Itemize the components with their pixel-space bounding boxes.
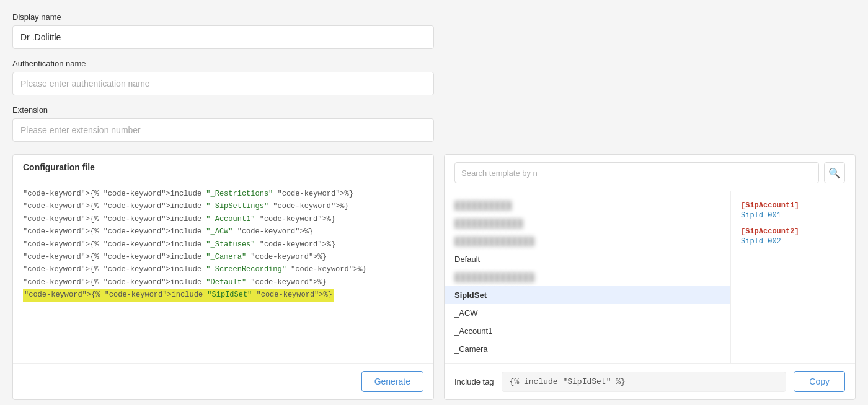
- code-line: "code-keyword">{% "code-keyword">include…: [23, 200, 423, 212]
- include-tag-label: Include tag: [454, 377, 494, 386]
- list-item[interactable]: _ACW: [445, 304, 730, 322]
- list-item[interactable]: ██████████████: [445, 232, 730, 250]
- generate-button[interactable]: Generate: [361, 371, 423, 392]
- display-name-label: Display name: [12, 12, 856, 22]
- preview-section2-key: SipId=002: [741, 237, 845, 246]
- extension-label: Extension: [12, 105, 856, 115]
- template-preview: [SipAccount1] SipId=001 [SipAccount2] Si…: [731, 191, 855, 363]
- auth-name-label: Authentication name: [12, 59, 856, 68]
- code-line: "code-keyword">{% "code-keyword">include…: [23, 276, 423, 289]
- code-line: "code-keyword">{% "code-keyword">include…: [23, 225, 423, 238]
- template-panel: 🔍 ████████████████████████████████████De…: [444, 154, 856, 400]
- extension-input[interactable]: [12, 118, 434, 142]
- list-item[interactable]: ██████████: [445, 196, 730, 214]
- config-panel-body: "code-keyword">{% "code-keyword">include…: [13, 180, 433, 363]
- list-item[interactable]: _Account1: [445, 322, 730, 340]
- list-item[interactable]: SipIdSet: [445, 286, 730, 304]
- template-list: ████████████████████████████████████Defa…: [445, 191, 731, 363]
- code-line: "code-keyword">{% "code-keyword">include…: [23, 213, 423, 225]
- code-line: "code-keyword">{% "code-keyword">include…: [23, 263, 423, 276]
- list-item[interactable]: ██████████████: [445, 268, 730, 286]
- code-line: "code-keyword">{% "code-keyword">include…: [23, 289, 334, 301]
- list-item[interactable]: _Camera: [445, 340, 730, 358]
- code-line: "code-keyword">{% "code-keyword">include…: [23, 251, 423, 263]
- code-line: "code-keyword">{% "code-keyword">include…: [23, 238, 423, 251]
- config-panel-title: Configuration file: [13, 155, 433, 180]
- list-item[interactable]: Default: [445, 250, 730, 268]
- preview-section1-name: [SipAccount1]: [741, 201, 845, 210]
- search-button[interactable]: 🔍: [824, 162, 845, 183]
- search-input[interactable]: [454, 162, 819, 183]
- include-tag-value: {% include "SipIdSet" %}: [502, 372, 787, 392]
- list-item[interactable]: ████████████: [445, 214, 730, 232]
- display-name-input[interactable]: [12, 25, 434, 49]
- preview-section2-name: [SipAccount2]: [741, 227, 845, 236]
- code-line: "code-keyword">{% "code-keyword">include…: [23, 188, 423, 200]
- config-panel: Configuration file "code-keyword">{% "co…: [12, 154, 434, 400]
- search-icon: 🔍: [828, 167, 841, 179]
- preview-section1-key: SipId=001: [741, 211, 845, 220]
- auth-name-input[interactable]: [12, 72, 434, 95]
- copy-button[interactable]: Copy: [794, 371, 845, 392]
